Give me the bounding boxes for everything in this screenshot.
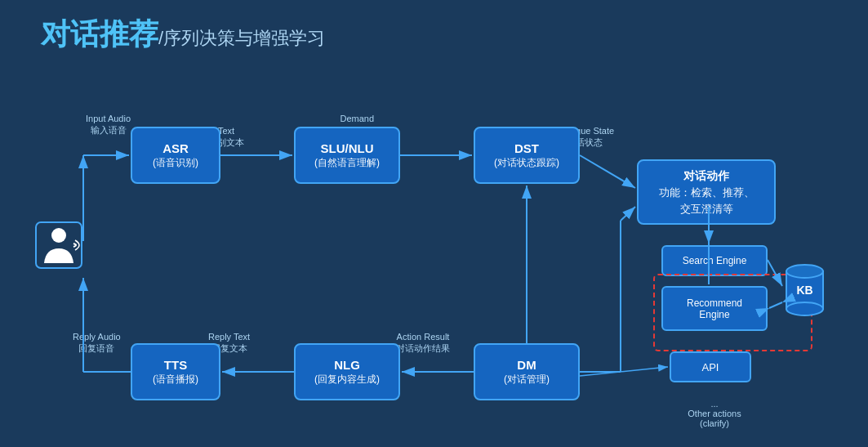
title-main: 对话推荐 [41, 17, 158, 51]
svg-line-27 [580, 367, 668, 376]
dst-main-label: DST [514, 141, 539, 157]
svg-point-3 [786, 265, 823, 278]
other-actions: ... Other actions (clarify) [661, 399, 768, 428]
person-icon [34, 221, 83, 270]
label-action-result: Action Result对话动作结果 [396, 331, 450, 355]
nlg-main-label: NLG [334, 357, 360, 373]
dst-node: DST (对话状态跟踪) [474, 127, 580, 184]
slu-sub-label: (自然语言理解) [314, 157, 380, 170]
slu-node: SLU/NLU (自然语言理解) [294, 127, 400, 184]
svg-point-1 [51, 228, 66, 243]
recommend-engine-box: Recommend Engine [661, 286, 768, 331]
title-sub: /序列决策与增强学习 [158, 28, 325, 48]
api-box: API [670, 351, 751, 382]
nlg-sub-label: (回复内容生成) [314, 373, 380, 387]
tts-sub-label: (语音播报) [153, 373, 198, 387]
dm-node: DM (对话管理) [474, 343, 580, 400]
dialog-action-line3: 交互澄清等 [647, 201, 766, 217]
slu-main-label: SLU/NLU [321, 141, 374, 157]
dialog-action-box: 对话动作 功能：检索、推荐、 交互澄清等 [637, 159, 776, 225]
label-reply-audio: Reply Audio回复语音 [73, 331, 121, 355]
svg-line-13 [580, 155, 635, 188]
svg-point-4 [786, 302, 823, 315]
asr-main-label: ASR [162, 141, 189, 157]
other-actions-label: ... Other actions (clarify) [688, 399, 741, 428]
dm-sub-label: (对话管理) [504, 373, 550, 387]
search-engine-label: Search Engine [683, 255, 747, 266]
kb-box: KB [782, 260, 827, 317]
search-engine-box: Search Engine [661, 245, 768, 276]
dst-sub-label: (对话状态跟踪) [494, 157, 559, 170]
dialog-action-line1: 对话动作 [647, 168, 766, 185]
svg-line-26 [621, 207, 635, 221]
api-label: API [702, 361, 719, 373]
dm-main-label: DM [517, 357, 536, 373]
dialog-action-line2: 功能：检索、推荐、 [647, 185, 766, 201]
asr-node: ASR (语音识别) [131, 127, 220, 184]
tts-node: TTS (语音播报) [131, 343, 220, 400]
svg-text:KB: KB [796, 284, 812, 297]
asr-sub-label: (语音识别) [153, 157, 198, 170]
label-input-audio: Input Audio输入语音 [86, 113, 131, 136]
nlg-node: NLG (回复内容生成) [294, 343, 400, 400]
page-title: 对话推荐/序列决策与增强学习 [41, 15, 325, 55]
recommend-engine-label: Recommend Engine [687, 297, 742, 320]
tts-main-label: TTS [164, 357, 187, 373]
